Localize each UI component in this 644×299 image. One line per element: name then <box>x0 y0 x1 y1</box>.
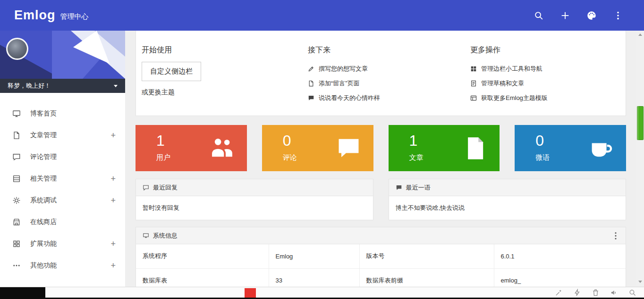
monitor-icon <box>12 109 21 118</box>
post-mood-link[interactable]: 说说看今天的心情咋样 <box>308 91 380 105</box>
sidebar: 释梦，晚上好！ 博客首页 文章管理 + 评论管理 相关管理 + 系统调试 + <box>0 31 125 287</box>
info-key: 系统程序 <box>136 244 269 268</box>
info-key: 数据库表 <box>136 268 269 287</box>
system-info-panel: 系统信息 系统程序 Emlog 版本号 6.0.1 数据库表 33 数据库表前缀… <box>136 227 626 287</box>
panel-header: 系统信息 <box>136 227 626 244</box>
sidebar-item-label: 其他功能 <box>30 261 57 270</box>
chat-icon <box>308 95 314 101</box>
sidebar-item-related[interactable]: 相关管理 + <box>0 168 125 190</box>
ellipsis-icon <box>12 261 21 270</box>
stat-value: 0 <box>535 132 544 150</box>
extensions-icon <box>12 240 21 248</box>
scrollbar-thumb[interactable] <box>637 106 644 140</box>
stat-card-comments[interactable]: 0 评论 <box>262 125 373 171</box>
scroll-down-arrow[interactable] <box>636 278 644 285</box>
sidebar-item-store[interactable]: 在线商店 <box>0 211 125 233</box>
stat-card-whispers[interactable]: 0 微语 <box>515 125 626 171</box>
expand-indicator[interactable]: + <box>110 174 116 184</box>
widgets-icon <box>470 66 477 72</box>
info-value: 33 <box>269 268 359 287</box>
magic-wand-icon[interactable] <box>555 289 563 297</box>
panel-title: 最近一语 <box>406 183 431 192</box>
main-content: 开始使用 自定义侧边栏 或更换主题 接下来 撰写您的想写文章 添加“留言”页面 … <box>125 31 636 287</box>
gear-icon <box>12 196 21 205</box>
more-menu-icon[interactable] <box>613 10 623 21</box>
greeting-text: 释梦，晚上好！ <box>8 82 51 90</box>
users-icon <box>210 136 235 161</box>
info-value: 6.0.1 <box>494 244 626 268</box>
link-label: 管理边栏小工具和导航 <box>481 65 542 73</box>
stat-value: 1 <box>156 132 165 150</box>
user-greeting-bar[interactable]: 释梦，晚上好！ <box>0 79 125 93</box>
system-info-table: 系统程序 Emlog 版本号 6.0.1 数据库表 33 数据库表前缀 emlo… <box>136 244 626 287</box>
page-search-icon[interactable] <box>628 289 636 297</box>
manage-drafts-link[interactable]: 管理草稿和文章 <box>470 76 524 91</box>
link-label: 管理草稿和文章 <box>481 79 524 88</box>
welcome-col-next: 接下来 撰写您的想写文章 添加“留言”页面 说说看今天的心情咋样 <box>308 45 470 105</box>
welcome-col-start: 开始使用 自定义侧边栏 或更换主题 <box>142 45 308 105</box>
table-row: 系统程序 Emlog 版本号 6.0.1 <box>136 244 626 268</box>
panel-body-text[interactable]: 博主不知要说啥,快去说说 <box>389 196 626 220</box>
stat-label: 微语 <box>535 153 550 162</box>
stat-card-articles[interactable]: 1 文章 <box>389 125 500 171</box>
app-logo[interactable]: Emlog <box>14 8 56 23</box>
document-icon <box>12 131 21 140</box>
sidebar-item-articles[interactable]: 文章管理 + <box>0 125 125 146</box>
add-icon[interactable] <box>560 10 570 21</box>
panel-body-text: 暂时没有回复 <box>136 196 373 220</box>
stat-value: 1 <box>409 132 418 150</box>
chevron-down-icon <box>114 85 118 87</box>
recent-replies-panel: 最近回复 暂时没有回复 <box>136 179 373 220</box>
sidebar-item-home[interactable]: 博客首页 <box>0 103 125 125</box>
stat-label: 评论 <box>283 153 297 162</box>
more-actions-list: 管理边栏小工具和导航 管理草稿和文章 获取更多Emlog主题模版 <box>470 61 620 105</box>
triangle-up-icon <box>638 33 642 36</box>
scrollbar[interactable] <box>636 31 644 287</box>
flash-icon[interactable] <box>573 289 581 297</box>
stat-card-users[interactable]: 1 用户 <box>136 125 247 171</box>
next-steps-list: 撰写您的想写文章 添加“留言”页面 说说看今天的心情咋样 <box>308 61 470 105</box>
info-value: Emlog <box>269 244 359 268</box>
theme-palette-icon[interactable] <box>586 10 597 21</box>
sidebar-item-comments[interactable]: 评论管理 <box>0 146 125 168</box>
expand-indicator[interactable]: + <box>110 196 116 206</box>
change-theme-link[interactable]: 或更换主题 <box>142 88 175 97</box>
welcome-panel: 开始使用 自定义侧边栏 或更换主题 接下来 撰写您的想写文章 添加“留言”页面 … <box>136 31 626 116</box>
link-label: 撰写您的想写文章 <box>319 65 368 73</box>
avatar[interactable] <box>6 38 28 60</box>
reply-bubble-icon <box>143 184 149 191</box>
archive-icon <box>12 174 21 183</box>
search-icon[interactable] <box>534 10 544 21</box>
speaker-icon[interactable] <box>610 289 618 297</box>
expand-indicator[interactable]: + <box>110 261 116 271</box>
get-themes-link[interactable]: 获取更多Emlog主题模版 <box>470 91 548 105</box>
sidebar-item-label: 在线商店 <box>30 218 57 226</box>
system-monitor-icon <box>143 233 149 239</box>
customize-sidebar-button[interactable]: 自定义侧边栏 <box>142 62 201 81</box>
stat-cards: 1 用户 0 评论 1 文章 0 微语 <box>136 125 626 171</box>
taskbar-app-tile[interactable] <box>245 288 256 298</box>
scroll-up-arrow[interactable] <box>636 31 644 38</box>
link-label: 说说看今天的心情咋样 <box>319 94 380 102</box>
sidebar-item-extensions[interactable]: 扩展功能 + <box>0 233 125 255</box>
expand-indicator[interactable]: + <box>110 239 116 249</box>
trash-icon[interactable] <box>592 289 600 297</box>
sidebar-item-label: 相关管理 <box>30 174 57 183</box>
cup-icon <box>589 136 614 161</box>
section-title: 接下来 <box>308 45 470 55</box>
comment-icon <box>336 136 361 161</box>
add-page-link[interactable]: 添加“留言”页面 <box>308 76 360 91</box>
section-title: 开始使用 <box>142 45 308 55</box>
sidebar-item-debug[interactable]: 系统调试 + <box>0 190 125 211</box>
manage-widgets-link[interactable]: 管理边栏小工具和导航 <box>470 61 542 76</box>
file-icon <box>462 136 487 161</box>
sidebar-item-label: 博客首页 <box>30 109 57 118</box>
topbar-actions <box>534 10 644 21</box>
panel-more-icon[interactable] <box>612 232 619 240</box>
whisper-chat-icon <box>396 184 402 191</box>
expand-indicator[interactable]: + <box>110 131 116 141</box>
write-article-link[interactable]: 撰写您的想写文章 <box>308 61 368 76</box>
sidebar-item-others[interactable]: 其他功能 + <box>0 255 125 276</box>
sidebar-menu: 博客首页 文章管理 + 评论管理 相关管理 + 系统调试 + 在线商店 <box>0 93 125 276</box>
template-icon <box>470 95 477 101</box>
